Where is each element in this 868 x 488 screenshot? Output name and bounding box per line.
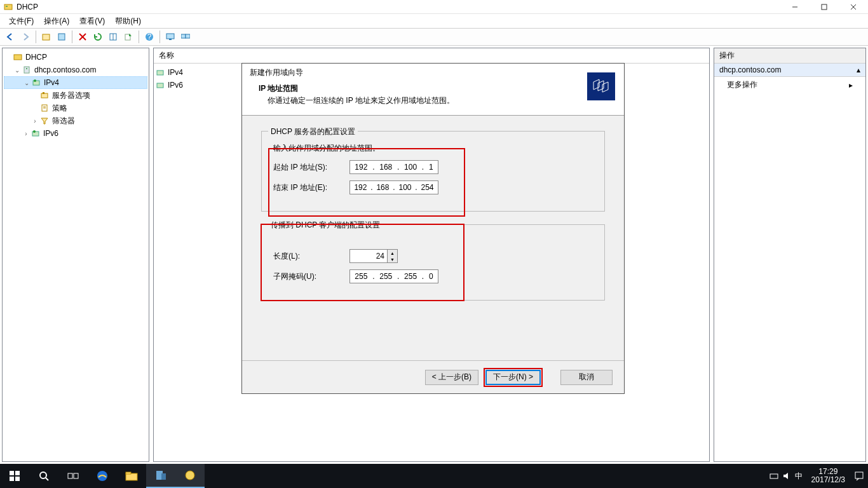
menubar: 文件(F) 操作(A) 查看(V) 帮助(H) [0,14,868,28]
server-manager-icon[interactable] [146,464,175,488]
columns-icon[interactable] [106,30,120,44]
mask-input[interactable]: 255. 255. 255. 0 [349,269,438,283]
menu-action[interactable]: 操作(A) [39,15,74,28]
tree-label: IPv4 [44,78,59,87]
tree-root-dhcp[interactable]: DHCP [4,51,147,64]
ime-indicator[interactable]: 中 [795,471,803,482]
expander-icon[interactable]: › [22,130,31,137]
ipv6-icon [155,80,165,90]
tree-server[interactable]: ⌄ dhcp.contoso.com [4,64,147,76]
svg-rect-24 [41,93,48,98]
tree-label: dhcp.contoso.com [34,65,96,74]
close-button[interactable] [839,0,868,14]
length-label: 长度(L): [273,251,349,262]
tree: DHCP ⌄ dhcp.contoso.com ⌄ IPv4 服务器选项 [3,48,149,142]
export-icon[interactable] [121,30,135,44]
ipv4-icon [155,67,165,78]
tree-policies[interactable]: 策略 [4,102,147,114]
svg-line-38 [46,478,48,480]
svg-rect-48 [855,472,863,478]
actions-more[interactable]: 更多操作 ▸ [714,77,865,93]
spin-down-icon[interactable]: ▼ [388,256,397,262]
svg-rect-35 [10,477,14,481]
next-button[interactable]: 下一步(N) > [485,370,541,385]
menu-help[interactable]: 帮助(H) [110,15,146,28]
start-ip-input[interactable]: 192. 168. 100. 1 [349,160,438,174]
end-ip-input[interactable]: 192. 168. 100. 254 [349,180,438,194]
tree-filters[interactable]: › 筛选器 [4,114,147,127]
highlight-box: 下一步(N) > [484,368,543,387]
end-ip-row: 结束 IP 地址(E): 192. 168. 100. 254 [273,180,593,194]
client-config-group: 传播到 DHCP 客户端的配置设置 长度(L): ▲▼ 子网掩码(U): 255… [261,224,605,301]
mask-row: 子网掩码(U): 255. 255. 255. 0 [273,269,593,283]
group-legend: 传播到 DHCP 客户端的配置设置 [268,220,383,231]
taskview-icon[interactable] [58,464,88,488]
tree-label: 服务器选项 [52,90,90,101]
tray-sound-icon[interactable] [782,471,791,480]
group-legend: DHCP 服务器的配置设置 [268,126,358,137]
new-container-icon[interactable] [39,30,53,44]
svg-rect-3 [822,4,827,10]
expander-icon[interactable]: ⌄ [13,67,22,74]
svg-rect-40 [74,473,78,478]
window-titlebar: DHCP [0,0,868,14]
svg-rect-47 [770,474,778,478]
tree-server-options[interactable]: 服务器选项 [4,89,147,102]
toolbar-separator [139,30,139,43]
actions-context-label: dhcp.contoso.com [719,65,781,74]
ipv4-icon [31,78,41,88]
wizard-header: 新建作用域向导 IP 地址范围 你通过确定一组连续的 IP 地址来定义作用域地址… [242,64,624,116]
back-button[interactable] [3,30,17,44]
svg-rect-42 [126,473,137,480]
menu-file[interactable]: 文件(F) [4,15,39,28]
cancel-button[interactable]: 取消 [560,370,613,385]
svg-rect-36 [15,477,20,481]
svg-rect-43 [126,472,131,474]
delete-icon[interactable] [76,30,90,44]
dhcp-task-icon[interactable] [175,464,205,488]
notifications-icon[interactable] [854,471,864,481]
expander-icon[interactable]: › [31,118,39,125]
svg-rect-17 [181,34,186,38]
length-input[interactable] [349,249,388,263]
spin-up-icon[interactable]: ▲ [388,250,397,256]
wizard-banner-icon [587,72,615,100]
minimize-button[interactable] [780,0,810,14]
svg-point-37 [40,472,46,478]
actions-more-label: 更多操作 [727,79,757,90]
svg-text:?: ? [147,32,152,41]
tree-ipv6[interactable]: › IPv6 [4,127,147,140]
ipv6-icon [31,128,41,139]
forward-button[interactable] [18,30,32,44]
monitor-icon[interactable] [163,30,177,44]
ie-icon[interactable] [88,464,117,488]
length-spinner[interactable]: ▲▼ [388,249,398,263]
taskbar-clock[interactable]: 17:29 2017/12/3 [806,468,850,484]
column-header-name[interactable]: 名称 [154,48,709,64]
svg-rect-15 [166,34,174,39]
expander-icon[interactable]: ⌄ [22,79,31,86]
svg-point-30 [33,130,36,133]
dual-monitor-icon[interactable] [179,30,193,44]
explorer-icon[interactable] [117,464,146,488]
start-button[interactable] [0,464,29,488]
start-ip-label: 起始 IP 地址(S): [273,162,349,173]
back-button[interactable]: < 上一步(B) [425,370,478,385]
help-icon[interactable]: ? [142,30,156,44]
server-config-group: DHCP 服务器的配置设置 输入此作用域分配的地址范围。 起始 IP 地址(S)… [261,131,605,212]
properties-icon[interactable] [55,30,69,44]
maximize-button[interactable] [810,0,839,14]
tray-network-icon[interactable] [770,471,778,480]
svg-rect-1 [6,6,8,7]
actions-context[interactable]: dhcp.contoso.com ▴ [714,64,865,77]
start-ip-row: 起始 IP 地址(S): 192. 168. 100. 1 [273,160,593,174]
menu-view[interactable]: 查看(V) [74,15,110,28]
refresh-icon[interactable] [91,30,105,44]
svg-point-21 [26,68,27,69]
tree-ipv4[interactable]: ⌄ IPv4 [4,76,147,89]
search-icon[interactable] [29,464,58,488]
list-item-label: IPv6 [168,81,183,90]
wizard-description: 你通过确定一组连续的 IP 地址来定义作用域地址范围。 [268,95,616,106]
svg-rect-33 [10,471,14,475]
tree-label: 筛选器 [52,116,75,126]
